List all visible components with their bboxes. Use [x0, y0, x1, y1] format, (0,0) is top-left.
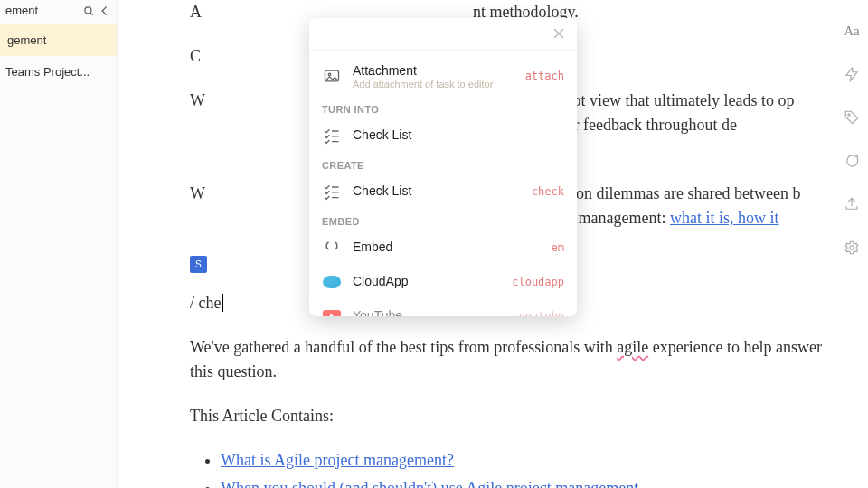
text-fragment: W: [190, 91, 205, 109]
checklist-icon: [322, 182, 342, 202]
svg-point-0: [85, 6, 91, 13]
toc-link[interactable]: When you should (and shouldn't) use Agil…: [221, 479, 638, 488]
popover-item-shortcut: cloudapp: [512, 276, 564, 288]
popover-item-title: YouTube: [353, 308, 507, 316]
slash-prefix: /: [190, 294, 199, 312]
popover-item-title: Attachment: [353, 63, 514, 79]
popover-item-shortcut: em: [552, 241, 564, 254]
popover-item-cloudapp[interactable]: CloudApp cloudapp: [309, 265, 577, 299]
popover-item-title: Check List: [353, 127, 564, 143]
text-fragment: C: [190, 47, 201, 65]
popover-section-embed: EMBED: [309, 209, 577, 230]
action-rail: Aa: [843, 22, 861, 257]
code-icon: [322, 238, 342, 258]
image-icon: [322, 66, 342, 86]
share-icon[interactable]: [843, 195, 861, 213]
toc-item: When you should (and shouldn't) use Agil…: [221, 476, 823, 488]
popover-item-shortcut: check: [532, 185, 564, 198]
toc-list: What is Agile project management? When y…: [221, 448, 823, 488]
sidebar-item-label: gement: [7, 33, 46, 47]
svg-point-12: [848, 114, 850, 116]
automation-icon[interactable]: [843, 65, 861, 83]
sidebar-item-teams-project[interactable]: Teams Project...: [0, 56, 117, 88]
popover-item-shortcut: attach: [525, 70, 564, 82]
sidebar-title: ement: [5, 4, 77, 17]
popover-item-subtitle: Add attachment of task to editor: [353, 79, 514, 89]
popover-item-title: Embed: [353, 239, 541, 255]
popover-item-checklist-create[interactable]: Check List check: [309, 174, 577, 209]
toc-heading: This Article Contains:: [190, 404, 823, 428]
toc-item: What is Agile project management?: [221, 448, 823, 473]
spellcheck-word[interactable]: agile: [617, 338, 648, 356]
search-icon[interactable]: [82, 5, 95, 17]
toc-link[interactable]: What is Agile project management?: [221, 451, 454, 469]
settings-icon[interactable]: [843, 239, 861, 257]
popover-item-youtube[interactable]: YouTube youtube: [309, 299, 577, 316]
popover-item-shortcut: youtube: [518, 310, 564, 316]
text-fragment: A: [190, 3, 202, 21]
checklist-icon: [322, 126, 342, 145]
sidebar-item-label: Teams Project...: [5, 65, 90, 79]
sidebar-item-current[interactable]: gement: [0, 24, 117, 56]
popover-item-checklist-turn[interactable]: Check List: [309, 118, 577, 153]
svg-line-1: [90, 13, 93, 15]
editor-main: Ant methodology. C Wrom a 30,000-foot vi…: [118, 0, 868, 488]
svg-point-13: [850, 246, 854, 250]
slash-command-popover: Attachment Add attachment of task to edi…: [309, 18, 577, 316]
typography-button[interactable]: Aa: [843, 22, 861, 40]
popover-section-turn-into: TURN INTO: [309, 97, 577, 118]
text-fragment: W: [190, 184, 205, 202]
youtube-icon: [322, 306, 342, 316]
svg-point-5: [328, 73, 331, 76]
popover-item-embed[interactable]: Embed em: [309, 230, 577, 265]
selection-badge: S: [190, 256, 207, 273]
text-fragment: We've gathered a handful of the best tip…: [190, 338, 617, 356]
collapse-icon[interactable]: [99, 5, 111, 17]
inline-link[interactable]: what it is, how it: [670, 209, 779, 227]
popover-item-title: Check List: [353, 183, 521, 199]
close-icon[interactable]: [550, 24, 568, 42]
popover-item-title: CloudApp: [353, 274, 501, 289]
sidebar: ement gement Teams Project...: [0, 0, 118, 488]
cloudapp-icon: [322, 272, 342, 292]
tag-icon[interactable]: [843, 108, 861, 127]
popover-section-create: CREATE: [309, 153, 577, 174]
slash-input[interactable]: che: [199, 294, 223, 312]
comment-icon[interactable]: [843, 152, 861, 170]
popover-header: [309, 18, 577, 51]
popover-item-attachment[interactable]: Attachment Add attachment of task to edi…: [309, 56, 577, 97]
